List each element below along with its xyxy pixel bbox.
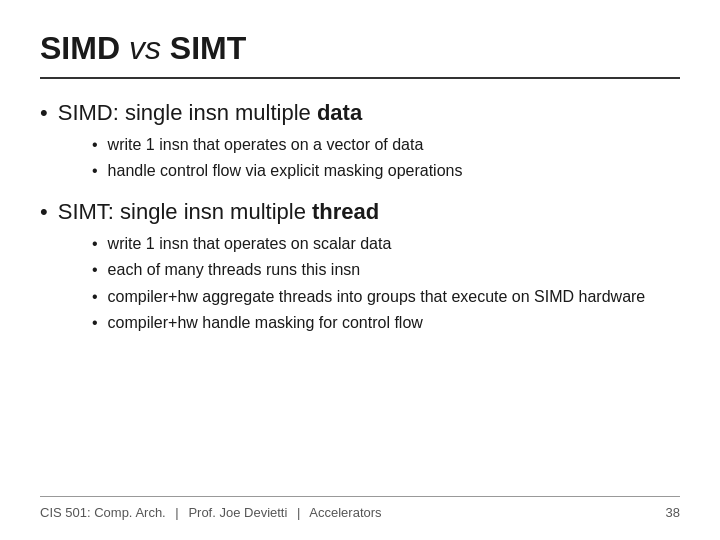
title-prefix: SIMD <box>40 30 129 66</box>
footer-professor: Prof. Joe Devietti <box>188 505 287 520</box>
list-item: • compiler+hw aggregate threads into gro… <box>92 286 680 308</box>
footer-course: CIS 501: Comp. Arch. <box>40 505 166 520</box>
sub-bullet-dot: • <box>92 134 98 156</box>
sub-bullet-dot: • <box>92 233 98 255</box>
simd-text-prefix: SIMD: single insn multiple <box>58 100 317 125</box>
simd-bullet-dot: • <box>40 99 48 128</box>
list-item: • compiler+hw handle masking for control… <box>92 312 680 334</box>
sub-bullet-dot: • <box>92 286 98 308</box>
simt-sub-bullets: • write 1 insn that operates on scalar d… <box>92 233 680 335</box>
simd-section: • SIMD: single insn multiple data • writ… <box>40 99 680 182</box>
sub-bullet-dot: • <box>92 160 98 182</box>
title-vs: vs <box>129 30 161 66</box>
list-item: • each of many threads runs this insn <box>92 259 680 281</box>
content-area: • SIMD: single insn multiple data • writ… <box>40 99 680 496</box>
sub-bullet-dot: • <box>92 259 98 281</box>
list-item: • write 1 insn that operates on scalar d… <box>92 233 680 255</box>
simd-main-bullet: • SIMD: single insn multiple data <box>40 99 680 128</box>
footer-topic: Accelerators <box>309 505 381 520</box>
footer-page-number: 38 <box>666 505 680 520</box>
simt-sub-text-2: each of many threads runs this insn <box>108 259 361 281</box>
simd-text-bold: data <box>317 100 362 125</box>
simt-sub-text-1: write 1 insn that operates on scalar dat… <box>108 233 392 255</box>
footer-left: CIS 501: Comp. Arch. | Prof. Joe Deviett… <box>40 505 382 520</box>
simd-main-text: SIMD: single insn multiple data <box>58 99 362 128</box>
simt-main-text: SIMT: single insn multiple thread <box>58 198 380 227</box>
title-section: SIMD vs SIMT <box>40 30 680 79</box>
title-suffix: SIMT <box>161 30 246 66</box>
simt-bullet-dot: • <box>40 198 48 227</box>
list-item: • handle control flow via explicit maski… <box>92 160 680 182</box>
simt-sub-text-4: compiler+hw handle masking for control f… <box>108 312 423 334</box>
slide-title: SIMD vs SIMT <box>40 30 680 67</box>
simd-sub-text-1: write 1 insn that operates on a vector o… <box>108 134 424 156</box>
simt-text-prefix: SIMT: single insn multiple <box>58 199 312 224</box>
simt-sub-text-3: compiler+hw aggregate threads into group… <box>108 286 646 308</box>
sub-bullet-dot: • <box>92 312 98 334</box>
slide: SIMD vs SIMT • SIMD: single insn multipl… <box>0 0 720 540</box>
footer-sep2: | <box>297 505 300 520</box>
simd-sub-text-2: handle control flow via explicit masking… <box>108 160 463 182</box>
footer-sep1: | <box>175 505 178 520</box>
simd-sub-bullets: • write 1 insn that operates on a vector… <box>92 134 680 183</box>
simt-section: • SIMT: single insn multiple thread • wr… <box>40 198 680 334</box>
list-item: • write 1 insn that operates on a vector… <box>92 134 680 156</box>
simt-main-bullet: • SIMT: single insn multiple thread <box>40 198 680 227</box>
footer: CIS 501: Comp. Arch. | Prof. Joe Deviett… <box>40 496 680 520</box>
simt-text-bold: thread <box>312 199 379 224</box>
